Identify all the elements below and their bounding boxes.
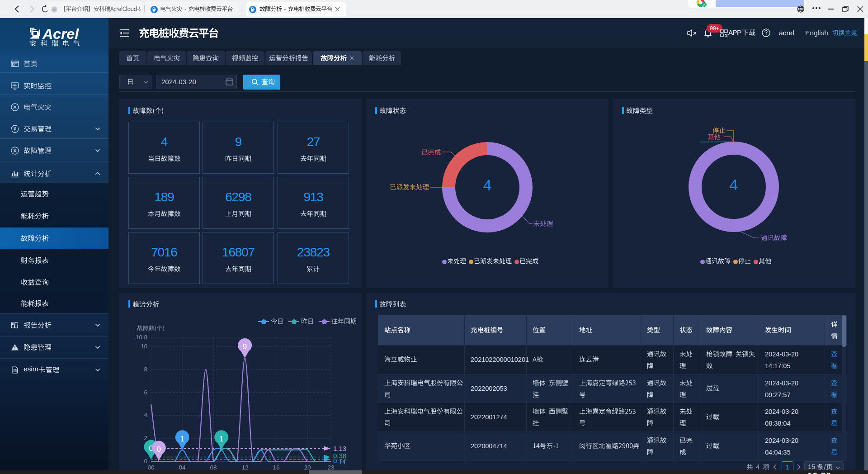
- svg-text:9: 9: [243, 342, 247, 351]
- svg-text:0: 0: [157, 445, 161, 454]
- svg-text:1: 1: [180, 435, 184, 443]
- svg-text:1: 1: [219, 435, 223, 443]
